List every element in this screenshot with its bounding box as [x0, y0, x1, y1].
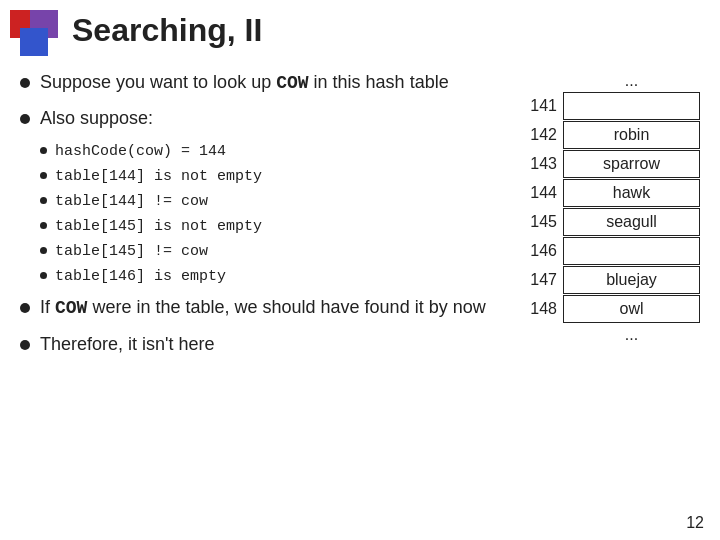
sub-bullet-6: table[146] is empty	[40, 266, 505, 287]
hash-row-148: 148 owl	[525, 295, 700, 323]
sub-bullet-3: table[144] != cow	[40, 191, 505, 212]
hash-cell-144: hawk	[563, 179, 700, 207]
sub-bullet-5: table[145] != cow	[40, 241, 505, 262]
right-panel: ... 141 142 robin 143 sparrow 144 hawk 1…	[515, 65, 700, 510]
bullet-4: Therefore, it isn't here	[20, 332, 505, 357]
code-cow-2: COW	[55, 298, 87, 318]
hash-row-146: 146	[525, 237, 700, 265]
left-panel: Suppose you want to look up COW in this …	[20, 65, 505, 510]
bullet-3: If COW were in the table, we should have…	[20, 295, 505, 321]
sub-bullet-text-2: table[144] is not empty	[55, 166, 262, 187]
hash-index-147: 147	[525, 266, 563, 294]
hash-index-143: 143	[525, 150, 563, 178]
sub-bullet-text-3: table[144] != cow	[55, 191, 208, 212]
hash-row-145: 145 seagull	[525, 208, 700, 236]
sub-bullet-2: table[144] is not empty	[40, 166, 505, 187]
hash-table: ... 141 142 robin 143 sparrow 144 hawk 1…	[525, 70, 700, 346]
hash-dots-bottom: ...	[525, 326, 700, 344]
hash-cell-148: owl	[563, 295, 700, 323]
hash-row-147: 147 bluejay	[525, 266, 700, 294]
hash-index-146: 146	[525, 237, 563, 265]
content-area: Suppose you want to look up COW in this …	[20, 65, 700, 510]
hash-cell-146	[563, 237, 700, 265]
hash-row-144: 144 hawk	[525, 179, 700, 207]
hash-cell-147: bluejay	[563, 266, 700, 294]
sub-bullet-text-5: table[145] != cow	[55, 241, 208, 262]
hash-index-142: 142	[525, 121, 563, 149]
bullet-2: Also suppose:	[20, 106, 505, 131]
sub-bullet-text-1: hashCode(cow) = 144	[55, 141, 226, 162]
hash-index-148: 148	[525, 295, 563, 323]
hash-index-144: 144	[525, 179, 563, 207]
page-number: 12	[686, 514, 704, 532]
sub-bullet-1: hashCode(cow) = 144	[40, 141, 505, 162]
sub-bullet-dot-3	[40, 197, 47, 204]
bullet-dot-4	[20, 340, 30, 350]
slide-title: Searching, II	[72, 12, 262, 49]
sub-bullet-dot-6	[40, 272, 47, 279]
sub-bullet-text-4: table[145] is not empty	[55, 216, 262, 237]
sub-bullet-dot-5	[40, 247, 47, 254]
hash-cell-145: seagull	[563, 208, 700, 236]
hash-row-141: 141	[525, 92, 700, 120]
hash-index-141: 141	[525, 92, 563, 120]
logo-square-blue	[20, 28, 48, 56]
logo	[10, 10, 60, 60]
hash-dots-top: ...	[525, 72, 700, 90]
hash-index-145: 145	[525, 208, 563, 236]
sub-bullets: hashCode(cow) = 144 table[144] is not em…	[40, 141, 505, 287]
hash-cell-141	[563, 92, 700, 120]
hash-cell-142: robin	[563, 121, 700, 149]
bullet-dot-3	[20, 303, 30, 313]
sub-bullet-dot-1	[40, 147, 47, 154]
bullet-1: Suppose you want to look up COW in this …	[20, 70, 505, 96]
bullet-text-2: Also suppose:	[40, 106, 153, 131]
code-cow-1: COW	[276, 73, 308, 93]
hash-row-143: 143 sparrow	[525, 150, 700, 178]
bullet-text-4: Therefore, it isn't here	[40, 332, 215, 357]
bullet-dot-2	[20, 114, 30, 124]
hash-row-142: 142 robin	[525, 121, 700, 149]
bullet-text-1: Suppose you want to look up COW in this …	[40, 70, 449, 96]
sub-bullet-4: table[145] is not empty	[40, 216, 505, 237]
hash-cell-143: sparrow	[563, 150, 700, 178]
sub-bullet-dot-2	[40, 172, 47, 179]
bullet-text-3: If COW were in the table, we should have…	[40, 295, 486, 321]
bullet-dot-1	[20, 78, 30, 88]
sub-bullet-dot-4	[40, 222, 47, 229]
sub-bullet-text-6: table[146] is empty	[55, 266, 226, 287]
